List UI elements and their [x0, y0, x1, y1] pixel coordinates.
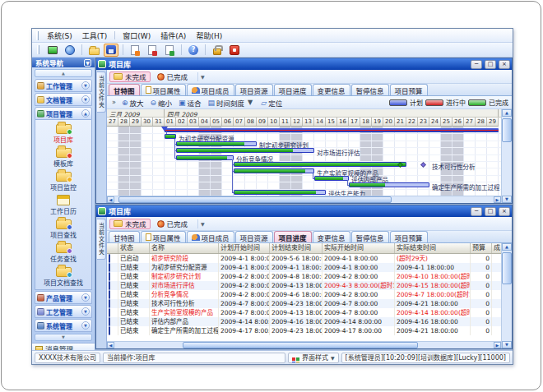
tab-项目预算[interactable]: 项目预算 — [390, 231, 428, 242]
table-row[interactable]: 已结束技术可行性分析2009-4-7 8:00:002009-4-23 18:0… — [107, 299, 501, 308]
minimize-button[interactable]: ─ — [471, 60, 482, 69]
sidebar-group-header-product[interactable]: 产品管理▼ — [35, 291, 92, 304]
scroll-left-arrow[interactable]: ◀ — [107, 342, 114, 348]
tab-项目资源[interactable]: 项目资源 — [235, 231, 273, 242]
sidebar-more-button[interactable]: ▼ — [35, 334, 92, 341]
sidebar-group-header-document[interactable]: 文档管理▼ — [35, 93, 92, 106]
close-button[interactable]: × — [499, 207, 510, 216]
sidebar-group-header-process[interactable]: 工艺管理▼ — [35, 305, 92, 318]
folder-panel-tab[interactable]: 当前文件夹 — [97, 71, 106, 113]
summary-bar-初步研究阶段[interactable] — [165, 128, 499, 132]
close-button[interactable]: × — [499, 60, 510, 69]
tab-变更信息[interactable]: 变更信息 — [313, 84, 350, 95]
folder-panel-tab[interactable]: 当前文件夹 — [97, 219, 106, 260]
tab-暂停信息[interactable]: 暂停信息 — [351, 231, 389, 242]
menu-item[interactable]: 工具(T) — [77, 30, 113, 42]
sidebar-item-template-library[interactable]: 模板库 — [35, 145, 91, 169]
ui-style-button[interactable]: 界面样式▼ — [288, 353, 339, 363]
table-row[interactable]: 已结束对市场进行评估2009-4-2 8:00:002009-4-13 18:0… — [107, 281, 501, 290]
scroll-up-arrow[interactable]: ▲ — [502, 243, 512, 251]
column-header-icon[interactable] — [107, 243, 118, 253]
vscroll-track[interactable] — [502, 251, 512, 341]
tab-甘特图[interactable]: 甘特图 — [109, 231, 140, 242]
task-bar-技术可行性分析[interactable] — [234, 162, 406, 167]
tool-时间刻度-button[interactable]: ▤时间刻度▼ — [206, 97, 258, 108]
chevron-down-icon[interactable]: ▼ — [81, 321, 90, 330]
filter-finished-button[interactable]: 已完成 — [153, 219, 193, 229]
lock-button[interactable] — [210, 44, 225, 57]
tab-项目属性[interactable]: 项目属性 — [141, 84, 186, 95]
column-header-成[interactable]: 成 — [492, 243, 501, 253]
table-row[interactable]: 已结束制定初步研究计划2009-4-2 8:00:002009-4-8 18:0… — [107, 272, 501, 281]
task-bar-对市场进行评估[interactable] — [176, 148, 314, 153]
vscroll-track[interactable] — [502, 117, 512, 196]
sidebar-group-header-project[interactable]: 项目管理▲ — [35, 107, 92, 120]
table-row[interactable]: 已结束分析竞争情况2009-4-2 8:00:002009-4-6 18:00:… — [107, 290, 501, 299]
filter-dropdown-button[interactable]: ▼ — [197, 72, 207, 81]
tool-放大-button[interactable]: ⊕放大 — [119, 97, 146, 108]
table-row[interactable]: 已结束生产实验室规模的产品2009-4-7 8:00:002009-4-13 1… — [107, 308, 501, 317]
open-folder-button[interactable] — [86, 44, 101, 57]
table-window-titlebar[interactable]: 项目库 ─ □ × — [96, 205, 512, 217]
menu-item[interactable]: 插件(A) — [155, 30, 191, 42]
sidebar-item-work-calendar[interactable]: 工作日历 — [35, 193, 91, 217]
tab-项目进度[interactable]: 项目进度 — [274, 84, 312, 95]
sidebar-tab-messages[interactable]: 消息管理 — [32, 343, 95, 350]
column-header-实际开始时间[interactable]: 实际开始时间 — [323, 243, 395, 253]
tool-适合-button[interactable]: ▣适合 — [176, 97, 204, 108]
tab-项目预算[interactable]: 项目预算 — [390, 84, 428, 95]
table-row[interactable]: 已结束确定生产所需的加工过程2009-4-17 8:00:002009-4-23… — [107, 326, 501, 335]
task-bar-评估生产能力[interactable] — [234, 190, 326, 195]
report-new-button[interactable] — [128, 44, 142, 57]
tab-项目进度[interactable]: 项目进度 — [274, 231, 312, 242]
column-header-名称[interactable]: 名称 — [150, 243, 219, 253]
task-bar-评估内部产品[interactable] — [314, 176, 349, 181]
tab-项目属性[interactable]: 项目属性 — [141, 231, 186, 242]
toolbar-grip[interactable] — [37, 45, 39, 54]
sidebar-item-project-monitor[interactable]: 项目监控 — [35, 169, 91, 193]
column-header-计划结束时间[interactable]: 计划结束时间 — [270, 243, 323, 253]
tab-变更信息[interactable]: 变更信息 — [313, 231, 350, 242]
maximize-button[interactable]: □ — [485, 60, 496, 69]
hscroll-track[interactable] — [114, 196, 494, 203]
toolbar-overflow-button[interactable]: » — [110, 99, 118, 106]
workspace-button[interactable] — [45, 44, 60, 57]
filter-finished-button[interactable]: 已完成 — [153, 71, 193, 82]
tab-项目资源[interactable]: 项目资源 — [235, 84, 273, 95]
scroll-down-arrow[interactable]: ▼ — [502, 341, 512, 348]
sidebar-item-project-doc-search[interactable]: 项目文档查找 — [35, 265, 91, 288]
filter-unfinished-button[interactable]: 未完成 — [109, 219, 151, 229]
hscroll-thumb[interactable] — [183, 342, 418, 348]
vscroll-thumb[interactable] — [502, 252, 512, 284]
task-bar-制定初步研究计划[interactable] — [176, 141, 257, 146]
tab-暂停信息[interactable]: 暂停信息 — [351, 84, 389, 95]
column-header-实际结束时间[interactable]: 实际结束时间 — [395, 243, 471, 253]
tab-项目成员[interactable]: 项目成员 — [187, 84, 234, 95]
menu-grip[interactable] — [36, 31, 39, 40]
minimize-button[interactable]: ─ — [471, 207, 482, 216]
tool-定位-button[interactable]: ▱定位 — [258, 97, 285, 108]
menu-item[interactable]: 帮助(H) — [191, 30, 227, 42]
help-button[interactable]: ? — [186, 44, 201, 57]
exit-button[interactable] — [227, 44, 242, 57]
sidebar-item-project-library[interactable]: 项目库 — [35, 122, 91, 145]
column-header-预算[interactable]: 预算 — [471, 243, 492, 253]
menu-item[interactable]: 系统(S) — [42, 30, 77, 42]
report-delete-button[interactable] — [162, 44, 177, 57]
filter-dropdown-button[interactable]: ▼ — [197, 219, 207, 228]
column-header-状态[interactable]: 状态 — [118, 243, 150, 253]
pin-icon[interactable]: ▼ — [84, 59, 91, 67]
table-row[interactable]: 已结束为初步研究分配资源2009-4-1 8:00:002009-4-1 18:… — [107, 263, 501, 272]
web-button[interactable] — [63, 44, 77, 57]
table-row[interactable]: 已结束评估内部产品2009-4-14 8:00:002009-4-16 18:0… — [107, 317, 501, 326]
scroll-right-arrow[interactable]: ▶ — [494, 342, 501, 348]
chevron-down-icon[interactable]: ▼ — [81, 307, 90, 316]
scroll-left-arrow[interactable]: ◀ — [107, 196, 114, 203]
scroll-up-arrow[interactable]: ▲ — [502, 109, 512, 117]
task-bar-生产实验室规模的产品[interactable] — [234, 168, 314, 173]
scroll-right-arrow[interactable]: ▶ — [494, 196, 501, 203]
hscroll-thumb[interactable] — [118, 196, 392, 203]
chevron-up-icon[interactable]: ▲ — [81, 109, 90, 118]
column-header-计划开始时间[interactable]: 计划开始时间 — [219, 243, 270, 253]
chevron-down-icon[interactable]: ▼ — [81, 293, 90, 302]
